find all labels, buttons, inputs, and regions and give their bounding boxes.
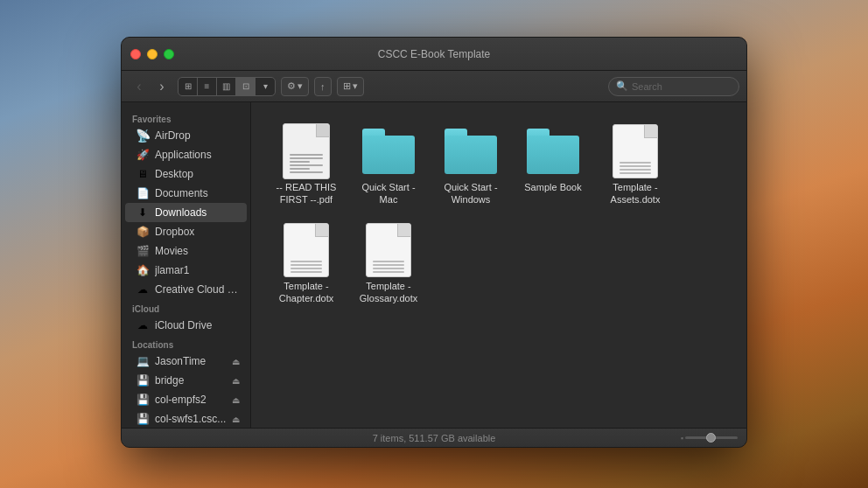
minimize-button[interactable] <box>147 49 158 59</box>
file-template-glossary[interactable]: Template -Glossary.dotx <box>349 217 428 312</box>
jasontime-icon: 💻 <box>136 354 150 368</box>
sidebar-item-col-swfs1[interactable]: 💾 col-swfs1.csc... ⏏ <box>125 409 247 428</box>
file-icon-quick-start-mac <box>362 125 415 178</box>
sidebar-item-downloads[interactable]: ⬇ Downloads <box>125 203 247 222</box>
dotx-line-gl-3 <box>373 268 404 269</box>
file-quick-start-windows[interactable]: Quick Start -Windows <box>431 118 510 213</box>
maximize-button[interactable] <box>164 49 174 59</box>
sidebar-item-desktop[interactable]: 🖥 Desktop <box>125 164 247 184</box>
file-read-first[interactable]: -- READ THISFIRST --.pdf <box>267 118 346 213</box>
traffic-lights <box>130 49 174 59</box>
share-icon: ↑ <box>320 81 326 92</box>
sidebar-item-creative[interactable]: ☁ Creative Cloud Fi... <box>125 280 247 299</box>
sidebar-col-swfs1-label: col-swfs1.csc... <box>155 413 226 425</box>
close-button[interactable] <box>130 49 141 59</box>
view-gallery-button[interactable]: ⊡ <box>236 78 256 95</box>
search-icon: 🔍 <box>616 80 628 92</box>
file-label-template-chapter: Template -Chapter.dotx <box>279 280 333 305</box>
action-button[interactable]: ⚙ ▾ <box>281 77 309 96</box>
dotx-line-1 <box>620 162 651 164</box>
sidebar-item-movies[interactable]: 🎬 Movies <box>125 241 247 261</box>
dotx-lines-chapter <box>290 261 322 273</box>
file-label-template-assets: Template -Assets.dotx <box>611 181 661 206</box>
action-chevron-icon: ▾ <box>298 80 303 92</box>
file-label-sample-book: Sample Book <box>524 181 581 193</box>
sidebar-item-bridge[interactable]: 💾 bridge ⏏ <box>125 371 247 390</box>
file-icon-template-glossary <box>362 224 415 276</box>
forward-button[interactable]: › <box>151 76 172 97</box>
sidebar-downloads-label: Downloads <box>155 206 206 219</box>
dotx-line-ch-2 <box>290 264 322 266</box>
folder-icon-mac <box>362 129 415 174</box>
sidebar-icloud-drive-label: iCloud Drive <box>155 319 212 331</box>
view-column-button[interactable]: ▥ <box>217 78 236 95</box>
bridge-icon: 💾 <box>136 373 150 387</box>
file-template-chapter[interactable]: Template -Chapter.dotx <box>267 217 346 312</box>
slider-thumb[interactable] <box>706 433 716 443</box>
zoom-slider[interactable]: ▪ <box>681 434 738 443</box>
dotx-line-gl-2 <box>373 264 404 266</box>
back-button[interactable]: ‹ <box>129 76 150 97</box>
statusbar-text: 7 items, 511.57 GB available <box>373 433 496 443</box>
dotx-lines-assets <box>620 162 651 174</box>
dotx-line-ch-3 <box>290 268 322 269</box>
home-icon: 🏠 <box>136 263 150 277</box>
dotx-icon-chapter <box>284 223 329 277</box>
sidebar-item-col-empfs2[interactable]: 💾 col-empfs2 ⏏ <box>125 390 247 409</box>
share-button[interactable]: ↑ <box>314 77 332 96</box>
file-template-assets[interactable]: Template -Assets.dotx <box>596 118 675 213</box>
list-view-icon: ≡ <box>205 81 210 91</box>
arrange-chevron-icon: ▾ <box>353 80 358 92</box>
view-icon-button[interactable]: ⊞ <box>178 78 198 95</box>
eject-jasontime-icon[interactable]: ⏏ <box>232 357 240 366</box>
sidebar-applications-label: Applications <box>155 149 212 161</box>
search-placeholder: Search <box>632 81 662 92</box>
pdf-line-3 <box>290 161 310 163</box>
dotx-line-3 <box>620 169 651 171</box>
icloud-label: iCloud <box>122 299 250 316</box>
sidebar-item-airdrop[interactable]: 📡 AirDrop <box>125 126 247 145</box>
main-content: Favorites 📡 AirDrop 🚀 Applications 🖥 Des… <box>122 102 746 428</box>
icon-view-icon: ⊞ <box>185 81 192 91</box>
file-label-template-glossary: Template -Glossary.dotx <box>360 280 417 305</box>
sidebar-item-icloud-drive[interactable]: ☁ iCloud Drive <box>125 316 247 335</box>
file-quick-start-mac[interactable]: Quick Start - Mac <box>349 118 428 213</box>
slider-track[interactable] <box>685 436 738 439</box>
zoom-small-icon: ▪ <box>681 434 683 443</box>
sidebar-item-applications[interactable]: 🚀 Applications <box>125 145 247 164</box>
pdf-lines <box>290 154 323 173</box>
eject-bridge-icon[interactable]: ⏏ <box>232 376 240 386</box>
file-sample-book[interactable]: Sample Book <box>514 118 592 213</box>
column-view-icon: ▥ <box>222 81 230 91</box>
file-icon-template-assets <box>609 125 662 178</box>
sidebar-item-jlamar1[interactable]: 🏠 jlamar1 <box>125 261 247 280</box>
folder-body-win <box>444 136 497 174</box>
eject-empfs2-icon[interactable]: ⏏ <box>232 395 240 405</box>
sidebar-item-jasontime[interactable]: 💻 JasonTime ⏏ <box>125 352 247 371</box>
toolbar: ‹ › ⊞ ≡ ▥ ⊡ ▾ ⚙ ▾ <box>122 71 746 102</box>
folder-body-sample <box>527 136 579 174</box>
dotx-line-2 <box>620 165 651 167</box>
file-icon-read-first <box>280 125 332 178</box>
file-icon-sample-book <box>527 125 579 178</box>
file-icon-quick-start-windows <box>444 125 497 178</box>
file-label-quick-start-mac: Quick Start - Mac <box>353 181 424 206</box>
eject-swfs1-icon[interactable]: ⏏ <box>232 415 240 424</box>
finder-window: CSCC E-Book Template ‹ › ⊞ ≡ ▥ ⊡ <box>121 37 747 448</box>
dotx-line-ch-1 <box>290 261 322 262</box>
statusbar: 7 items, 511.57 GB available ▪ <box>122 428 746 447</box>
search-box[interactable]: 🔍 Search <box>608 77 739 96</box>
documents-icon: 📄 <box>136 186 150 200</box>
view-dropdown-button[interactable]: ▾ <box>256 78 275 95</box>
sidebar-item-dropbox[interactable]: 📦 Dropbox <box>125 222 247 241</box>
sidebar-item-documents[interactable]: 📄 Documents <box>125 184 247 203</box>
dotx-line-gl-1 <box>373 261 404 262</box>
nav-buttons: ‹ › <box>129 76 172 97</box>
sidebar-jasontime-label: JasonTime <box>155 355 206 367</box>
locations-label: Locations <box>122 335 250 352</box>
sidebar-documents-label: Documents <box>155 187 208 199</box>
pdf-line-5 <box>290 168 310 170</box>
view-list-button[interactable]: ≡ <box>198 78 217 95</box>
arrange-button[interactable]: ⊞ ▾ <box>337 77 364 96</box>
pdf-icon <box>283 123 330 179</box>
